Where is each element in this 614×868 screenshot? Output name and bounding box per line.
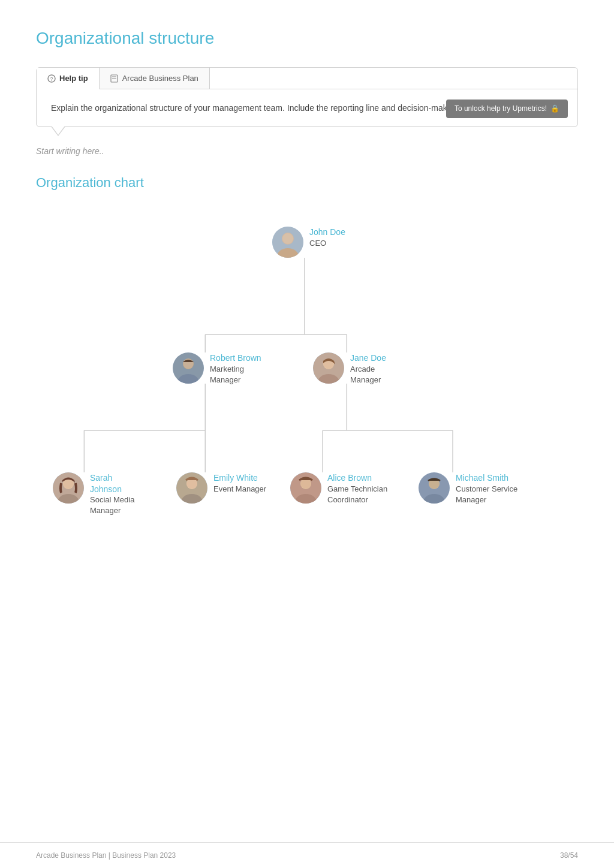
org-node-name-ceo: John Doe <box>309 227 345 237</box>
help-tip-tab-label: Help tip <box>59 74 88 83</box>
avatar-jane-doe <box>313 352 344 384</box>
page-title: Organizational structure <box>36 29 578 48</box>
org-node-info-emily: Emily White Event Manager <box>213 472 266 494</box>
tooltip-arrow-inner <box>52 126 65 135</box>
start-writing-placeholder[interactable]: Start writing here.. <box>36 146 578 156</box>
svg-point-40 <box>301 479 311 489</box>
org-node-name-michael: Michael Smith <box>456 472 517 483</box>
org-node-robert: Robert Brown MarketingManager <box>173 352 261 385</box>
org-node-role-alice: Game TechnicianCoordinator <box>327 484 387 505</box>
help-tip-icon: ? <box>47 74 56 83</box>
org-node-role-jane: ArcadeManager <box>350 364 386 385</box>
org-chart: John Doe CEO Robert Brown MarketingManag… <box>36 215 578 562</box>
svg-point-20 <box>282 233 293 244</box>
org-node-info-michael: Michael Smith Customer ServiceManager <box>456 472 517 505</box>
org-node-name-jane: Jane Doe <box>350 352 386 363</box>
help-tip-panel: ? Help tip Arcade Business Plan Explain … <box>36 67 578 127</box>
org-node-role-emily: Event Manager <box>213 484 266 495</box>
avatar-emily-white <box>176 472 207 504</box>
org-node-info-alice: Alice Brown Game TechnicianCoordinator <box>327 472 387 505</box>
org-node-michael: Michael Smith Customer ServiceManager <box>419 472 517 505</box>
org-node-name-robert: Robert Brown <box>210 352 261 363</box>
document-icon <box>110 74 119 83</box>
org-node-ceo: John Doe CEO <box>272 227 345 258</box>
org-node-jane: Jane Doe ArcadeManager <box>313 352 386 385</box>
org-node-sarah: SarahJohnson Social MediaManager <box>53 472 134 516</box>
org-node-name-emily: Emily White <box>213 472 266 483</box>
org-chart-title: Organization chart <box>36 175 578 191</box>
help-tip-tabs: ? Help tip Arcade Business Plan <box>37 68 577 89</box>
avatar-john-doe <box>272 227 303 258</box>
org-node-role-robert: MarketingManager <box>210 364 261 385</box>
org-node-info-ceo: John Doe CEO <box>309 227 345 248</box>
org-node-role-ceo: CEO <box>309 238 345 249</box>
svg-text:?: ? <box>50 76 53 82</box>
tab-document[interactable]: Arcade Business Plan <box>100 68 210 89</box>
org-node-info-robert: Robert Brown MarketingManager <box>210 352 261 385</box>
org-node-info-jane: Jane Doe ArcadeManager <box>350 352 386 385</box>
org-node-role-sarah: Social MediaManager <box>90 495 134 516</box>
help-tip-body: Explain the organizational structure of … <box>37 89 577 126</box>
unlock-button-label: To unlock help try Upmetrics! <box>455 103 547 114</box>
avatar-alice-brown <box>290 472 321 504</box>
org-node-emily: Emily White Event Manager <box>176 472 266 504</box>
org-node-name-sarah: SarahJohnson <box>90 472 134 494</box>
footer-right: 38/54 <box>560 851 578 860</box>
avatar-sarah-johnson <box>53 472 84 504</box>
unlock-button[interactable]: To unlock help try Upmetrics! 🔒 <box>446 100 568 118</box>
tab-help-tip[interactable]: ? Help tip <box>37 68 100 89</box>
document-tab-label: Arcade Business Plan <box>122 74 198 83</box>
page-footer: Arcade Business Plan | Business Plan 202… <box>0 842 614 868</box>
org-node-role-michael: Customer ServiceManager <box>456 484 517 505</box>
avatar-robert-brown <box>173 352 204 384</box>
lock-icon: 🔒 <box>550 103 559 114</box>
org-node-info-sarah: SarahJohnson Social MediaManager <box>90 472 134 516</box>
avatar-michael-smith <box>419 472 450 504</box>
org-node-name-alice: Alice Brown <box>327 472 387 483</box>
org-node-alice: Alice Brown Game TechnicianCoordinator <box>290 472 387 505</box>
footer-left: Arcade Business Plan | Business Plan 202… <box>36 851 176 860</box>
svg-point-36 <box>187 479 197 489</box>
